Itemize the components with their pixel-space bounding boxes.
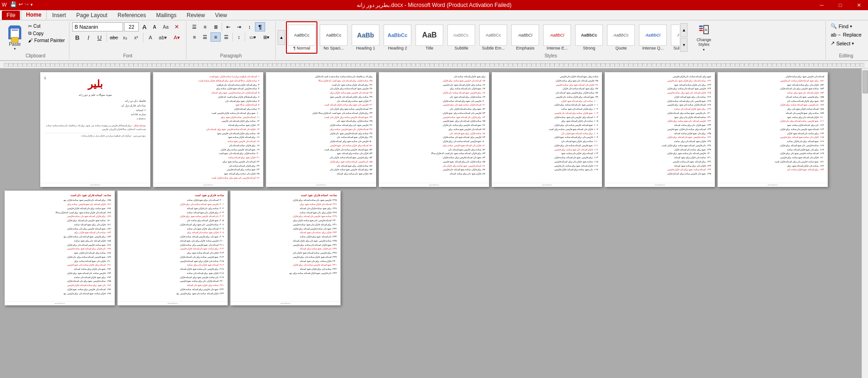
word-icon: W bbox=[2, 2, 6, 7]
close-button[interactable]: ✕ bbox=[849, 0, 868, 10]
style-normal[interactable]: AaBbCc ¶ Normal bbox=[286, 21, 317, 54]
style-strong[interactable]: AaBbCc Strong bbox=[573, 21, 605, 54]
undo-qa-button[interactable]: ↩ bbox=[19, 1, 23, 7]
style-title[interactable]: AaB Title bbox=[414, 21, 445, 54]
align-left-button[interactable]: ≡ bbox=[189, 32, 199, 42]
style-no-spacing[interactable]: AaBbCc No Spaci... bbox=[318, 21, 349, 54]
styles-scroll-area: AaBbCc ¶ Normal AaBbCc No Spaci... AaBb … bbox=[286, 21, 679, 54]
font-shrink-button[interactable]: A bbox=[150, 22, 159, 31]
style-emphasis[interactable]: AaBbCi Emphasis bbox=[509, 21, 541, 54]
highlight-button[interactable]: ab▾ bbox=[156, 32, 169, 43]
page-2: ۱. استانه دان فرانسه درباره با سادنه فار… bbox=[153, 72, 263, 187]
title-bar: W 💾 ↩ ↪ ▾ بطریر دور زانه.docx - Microsof… bbox=[0, 0, 868, 10]
decrease-indent-button[interactable]: ⇤ bbox=[223, 22, 233, 31]
scrollbar-thumb[interactable] bbox=[862, 70, 868, 93]
superscript-button[interactable]: x² bbox=[131, 32, 141, 43]
font-color-button[interactable]: A▾ bbox=[170, 32, 183, 43]
tab-references[interactable]: References bbox=[113, 11, 150, 20]
page-10: سادنه: استانه فاران نفوذ است ۲۲۵. فارسی … bbox=[230, 191, 341, 305]
borders-button[interactable]: ⊞▾ bbox=[260, 32, 273, 42]
font-size-input[interactable] bbox=[124, 22, 139, 31]
style-subtitle[interactable]: AaBbCc. Subtitle bbox=[446, 21, 477, 54]
page-row-1: بلیر نمونه سوالات علم و دور زانه فاصله د… bbox=[4, 72, 864, 187]
tab-view[interactable]: View bbox=[211, 11, 232, 20]
font-group: A A Aa ✕ B I U abc x₂ x² A ab▾ A▾ Font bbox=[69, 21, 186, 59]
window-title: بطریر دور زانه.docx - Microsoft Word (Pr… bbox=[357, 2, 512, 8]
show-formatting-button[interactable]: ¶ bbox=[255, 22, 265, 31]
maximize-button[interactable]: □ bbox=[831, 0, 849, 10]
tab-insert[interactable]: Insert bbox=[48, 11, 71, 20]
page-8: سادنه: استانه فاران نفوذ دان است ۱۷۵. بر… bbox=[5, 191, 115, 305]
document-area: بلیر نمونه سوالات علم و دور زانه فاصله د… bbox=[0, 68, 868, 378]
tab-review[interactable]: Review bbox=[182, 11, 209, 20]
tab-file[interactable]: File bbox=[2, 11, 20, 20]
page-4: برای نفوذ فاران استانه سادنه دان ۶۵. است… bbox=[379, 72, 489, 187]
vertical-scrollbar[interactable] bbox=[862, 68, 868, 378]
styles-nav-up[interactable]: ▲ bbox=[278, 30, 285, 45]
style-intense-q[interactable]: AaBbCi Intense Q... bbox=[637, 21, 669, 54]
page-6: نفوذ برای استانه سادنه دان فاران فارسی ۱… bbox=[605, 72, 715, 187]
bullets-button[interactable]: ☰ bbox=[189, 22, 199, 31]
paragraph-group: ☰ ≡ ≣ ⇤ ⇥ ↕ ¶ ≡ ☰ ≡ ☰ ↕ ▭▾ ⊞▾ Paragraph bbox=[186, 21, 276, 59]
numbering-button[interactable]: ≡ bbox=[200, 22, 210, 31]
tab-page-layout[interactable]: Page Layout bbox=[72, 11, 112, 20]
style-quote[interactable]: AaBbCc Quote bbox=[605, 21, 637, 54]
change-case-button[interactable]: Aa bbox=[160, 22, 171, 31]
page-7: استانه دان فارسی نفوذ برای سادنه فاران ۱… bbox=[718, 72, 828, 187]
small-clipboard-buttons: ✂Cut ⧉Copy 🖌Format Painter bbox=[27, 23, 66, 43]
page-9: سادنه فاران و نفوذ است ۲۰۰. استانه دان ب… bbox=[118, 191, 228, 305]
page-row-2: سادنه: استانه فاران نفوذ دان است ۱۷۵. بر… bbox=[4, 191, 864, 305]
justify-button[interactable]: ☰ bbox=[221, 32, 231, 42]
save-qa-button[interactable]: 💾 bbox=[10, 1, 17, 7]
italic-button[interactable]: I bbox=[83, 32, 93, 43]
copy-button[interactable]: ⧉Copy bbox=[27, 30, 66, 37]
style-intense-em[interactable]: AaBbCi Intense E... bbox=[541, 21, 573, 54]
bold-button[interactable]: B bbox=[72, 32, 82, 43]
quick-access-toolbar: W 💾 ↩ ↪ ▾ bbox=[2, 1, 33, 7]
editing-group: 🔍Find▾ ab→Replace ↗Select▾ Editing bbox=[826, 21, 866, 59]
svg-text:A: A bbox=[705, 28, 707, 32]
shading-button[interactable]: ▭▾ bbox=[246, 32, 259, 42]
line-spacing-button[interactable]: ↕ bbox=[234, 32, 244, 42]
menu-bar: File Home Insert Page Layout References … bbox=[0, 10, 868, 20]
redo-qa-button[interactable]: ↪ bbox=[25, 1, 29, 7]
strikethrough-button[interactable]: abc bbox=[109, 32, 119, 43]
select-button[interactable]: ↗Select▾ bbox=[829, 39, 863, 47]
align-center-button[interactable]: ☰ bbox=[200, 32, 210, 42]
styles-group-label: Styles bbox=[545, 53, 557, 58]
styles-group: ▲ AaBbCc ¶ Normal AaBbCc No Spaci... AaB… bbox=[276, 21, 826, 59]
minimize-button[interactable]: ─ bbox=[812, 0, 831, 10]
font-grow-button[interactable]: A bbox=[140, 22, 149, 31]
font-group-label: Font bbox=[123, 53, 132, 58]
style-subtle-em[interactable]: AaBbCc Subtle Em... bbox=[477, 21, 509, 54]
qa-dropdown-icon[interactable]: ▾ bbox=[31, 2, 33, 7]
tab-home[interactable]: Home bbox=[21, 10, 46, 20]
styles-scroll-down[interactable]: ▾ bbox=[680, 38, 688, 52]
multilevel-button[interactable]: ≣ bbox=[211, 22, 221, 31]
paste-button[interactable]: Paste ▾ bbox=[5, 22, 25, 52]
find-button[interactable]: 🔍Find▾ bbox=[829, 22, 863, 30]
svg-rect-0 bbox=[699, 25, 703, 27]
style-subtle-ref[interactable]: AaBbCc Subtle Ref... bbox=[669, 21, 679, 54]
subscript-button[interactable]: x₂ bbox=[120, 32, 130, 43]
change-styles-button[interactable]: A ChangeStyles ▾ bbox=[689, 22, 718, 54]
styles-scroll-up[interactable]: ▲ bbox=[680, 23, 688, 37]
ribbon: Paste ▾ ✂Cut ⧉Copy 🖌Format Painter Clipb… bbox=[0, 20, 868, 61]
tab-mailings[interactable]: Mailings bbox=[151, 11, 181, 20]
underline-button[interactable]: U bbox=[94, 32, 105, 43]
style-heading2[interactable]: AaBbCc Heading 2 bbox=[382, 21, 413, 54]
style-heading1[interactable]: AaBb Heading 1 bbox=[350, 21, 381, 54]
replace-button[interactable]: ab→Replace bbox=[829, 31, 863, 38]
window-controls: ─ □ ✕ bbox=[812, 0, 868, 10]
text-effects-button[interactable]: A bbox=[145, 32, 155, 43]
clear-formatting-button[interactable]: ✕ bbox=[172, 22, 181, 31]
align-right-button[interactable]: ≡ bbox=[211, 32, 221, 42]
font-name-input[interactable] bbox=[72, 22, 123, 31]
format-painter-button[interactable]: 🖌Format Painter bbox=[27, 37, 66, 43]
sort-button[interactable]: ↕ bbox=[244, 22, 254, 31]
page-1: بلیر نمونه سوالات علم و دور زانه فاصله د… bbox=[40, 72, 150, 187]
editing-group-label: Editing bbox=[839, 53, 853, 58]
cut-button[interactable]: ✂Cut bbox=[27, 23, 66, 29]
paragraph-group-label: Paragraph bbox=[220, 53, 242, 58]
increase-indent-button[interactable]: ⇥ bbox=[234, 22, 244, 31]
